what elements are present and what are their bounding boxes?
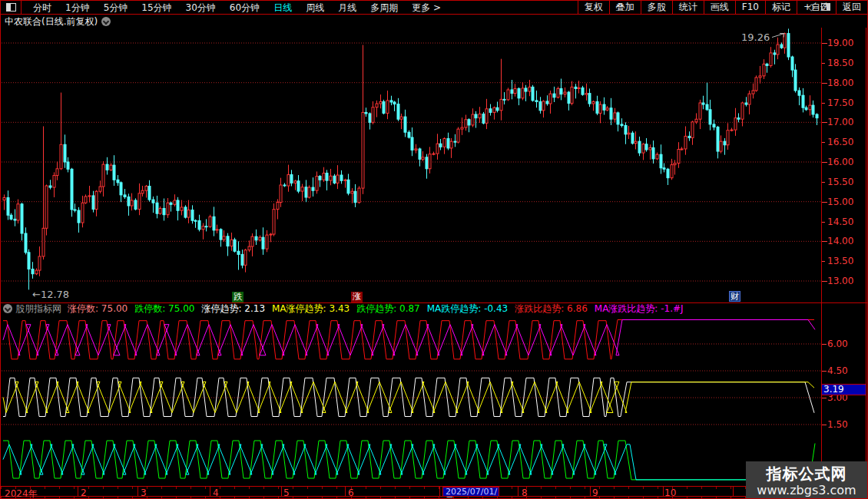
svg-text:19.26: 19.26	[741, 31, 770, 43]
title-chevron-down-icon[interactable]	[101, 17, 111, 26]
toolbar-button-返回[interactable]: 返回	[836, 1, 867, 15]
indicator-axis-tick	[822, 425, 827, 425]
price-axis-label: 17.00	[827, 117, 864, 127]
indicator-axis-tick	[822, 398, 827, 398]
price-axis-label: 15.00	[827, 197, 864, 207]
period-tab-分时[interactable]: 分时	[26, 1, 58, 15]
title-row: 中农联合(日线.前复权)	[1, 15, 821, 28]
down-limit-badge: 跌	[232, 292, 244, 302]
price-axis-tick	[822, 261, 825, 262]
indicator-axis-tick	[822, 371, 827, 372]
selected-date-box: 2025/07/01/二	[442, 487, 499, 497]
price-axis-label: 13.50	[827, 256, 864, 266]
time-axis: 2024年2345689102025/07/01/二	[1, 486, 867, 497]
price-axis-tick	[822, 162, 827, 163]
price-axis-tick	[822, 43, 827, 44]
price-axis-label: 18.50	[827, 58, 864, 68]
period-tab-周线[interactable]: 周线	[299, 1, 331, 15]
price-axis-tick	[822, 122, 827, 123]
period-tab-30分钟[interactable]: 30分钟	[179, 1, 223, 15]
period-tab-日线[interactable]: 日线	[267, 1, 299, 15]
axis-divider	[821, 28, 822, 497]
indicator-value: 涨停数: 75.00	[68, 302, 128, 316]
diamond-icon[interactable]: ◇	[808, 2, 815, 12]
title-right-icons: ◇	[808, 2, 830, 12]
trading-app-window: 分时1分钟5分钟15分钟30分钟60分钟日线周线月线多周期更多 > 复权叠加多股…	[0, 0, 868, 499]
price-axis-label: 17.50	[827, 97, 864, 108]
period-tab-5分钟[interactable]: 5分钟	[97, 1, 135, 15]
price-axis-tick	[822, 103, 825, 104]
indicator-value: 跌停数: 75.00	[134, 302, 194, 316]
indicator-value: 涨停趋势: 2.13	[201, 302, 265, 316]
indicator-axis-label: 6.00	[827, 339, 864, 349]
indicator-chevron-down-icon[interactable]	[3, 304, 12, 313]
price-axis-label: 16.50	[827, 137, 864, 147]
price-axis-label: 18.00	[827, 78, 864, 88]
period-tab-更多 >[interactable]: 更多 >	[405, 1, 448, 15]
month-divider	[590, 487, 591, 496]
top-toolbar: 分时1分钟5分钟15分钟30分钟60分钟日线周线月线多周期更多 > 复权叠加多股…	[1, 1, 867, 15]
price-axis-label: 16.00	[827, 157, 864, 167]
month-divider	[663, 487, 664, 496]
month-divider	[518, 487, 518, 496]
period-tab-多周期[interactable]: 多周期	[363, 1, 405, 15]
toolbar-button-F10[interactable]: F10	[735, 1, 765, 15]
toolbar-button-复权[interactable]: 复权	[578, 1, 609, 15]
sidebar-toggle-icon[interactable]	[6, 3, 16, 12]
price-axis-tick	[822, 241, 827, 242]
time-minor-ticks	[1, 487, 867, 489]
toolbar-button-画线[interactable]: 画线	[704, 1, 735, 15]
indicator-value: 涨跌比趋势: 6.86	[515, 302, 588, 316]
indicator-axis-tick	[822, 344, 827, 345]
indicator-axis-label: 1.50	[827, 419, 864, 430]
indicator-axis-label: 4.50	[827, 365, 864, 376]
stock-title[interactable]: 中农联合(日线.前复权)	[5, 15, 98, 28]
price-axis-tick	[822, 222, 825, 223]
toolbar-button-叠加[interactable]: 叠加	[609, 1, 641, 15]
indicator-values: 涨停数: 75.00跌停数: 75.00涨停趋势: 2.13MA涨停趋势: 3.…	[68, 302, 691, 316]
candlestick-chart[interactable]: 19.26←12.78	[2, 28, 821, 302]
toolbar-button-标记[interactable]: 标记	[765, 1, 797, 15]
month-divider	[137, 487, 138, 496]
price-axis-tick	[822, 182, 825, 183]
toolbar-button-统计[interactable]: 统计	[672, 1, 704, 15]
price-axis-label: 15.50	[827, 177, 864, 187]
current-value-box: 3.19	[822, 384, 866, 395]
indicator-value: MA涨停趋势: 3.43	[272, 302, 350, 316]
axis-right-divider	[866, 28, 866, 497]
indicator-value: MA涨跌比趋势: -1.#J	[595, 302, 684, 316]
watermark-title: 指标公式网	[767, 464, 847, 483]
month-divider	[210, 487, 210, 496]
indicator-value: MA跌停趋势: -0.43	[427, 302, 508, 316]
price-axis-tick	[822, 63, 825, 64]
period-tab-月线[interactable]: 月线	[331, 1, 363, 15]
month-divider	[281, 487, 282, 496]
toolbar-divider	[21, 1, 22, 15]
watermark: 指标公式网 www.zbgs3.com	[746, 461, 867, 499]
indicator-header: 股朋指标网 涨停数: 75.00跌停数: 75.00涨停趋势: 2.13MA涨停…	[1, 303, 691, 314]
price-axis-label: 14.00	[827, 236, 864, 246]
period-tab-60分钟[interactable]: 60分钟	[223, 1, 267, 15]
finance-report-badge: 财	[729, 291, 740, 302]
price-axis-tick	[822, 202, 827, 203]
panel-layout-icon[interactable]	[821, 3, 830, 11]
period-tabs: 分时1分钟5分钟15分钟30分钟60分钟日线周线月线多周期更多 >	[26, 1, 448, 15]
svg-text:←12.78: ←12.78	[32, 289, 69, 300]
period-tab-15分钟[interactable]: 15分钟	[134, 1, 178, 15]
price-axis-label: 13.00	[827, 276, 864, 286]
price-axis-label: 19.00	[827, 38, 864, 48]
indicator-source-label: 股朋指标网	[15, 302, 61, 316]
watermark-url: www.zbgs3.com	[757, 483, 856, 497]
month-divider	[439, 487, 440, 496]
price-axis-tick	[822, 142, 825, 143]
period-tab-1分钟[interactable]: 1分钟	[58, 1, 97, 15]
indicator-chart[interactable]	[2, 314, 821, 486]
price-axis-tick	[822, 83, 827, 84]
toolbar-button-多股[interactable]: 多股	[641, 1, 672, 15]
indicator-value: 跌停趋势: 0.87	[356, 302, 420, 316]
up-limit-badge: 涨	[351, 292, 363, 302]
month-divider	[345, 487, 346, 496]
price-axis-tick	[822, 281, 827, 282]
price-axis-label: 14.50	[827, 216, 864, 227]
month-divider	[733, 487, 734, 496]
